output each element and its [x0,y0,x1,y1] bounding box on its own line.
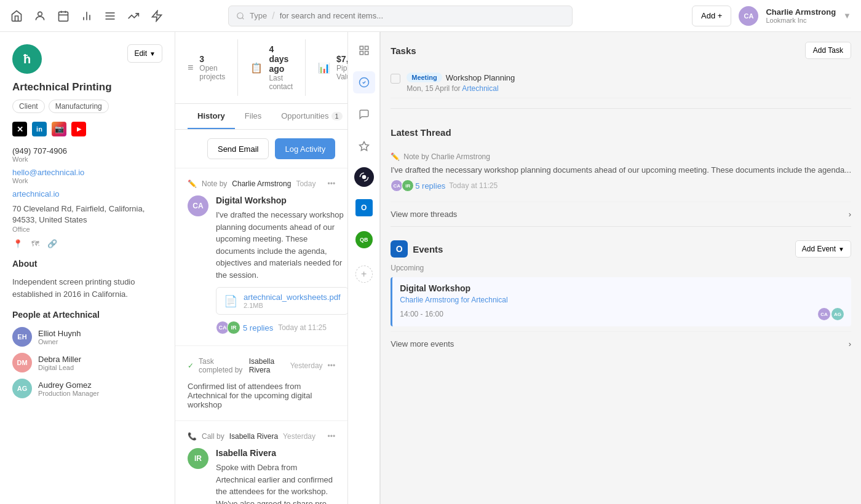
people-title: People at Artechnical [12,310,162,320]
svg-rect-15 [365,46,368,49]
avatar: AG [831,308,844,320]
svg-rect-1 [59,12,68,21]
svg-marker-19 [359,142,368,151]
replies-time: Today at 11:25 [449,181,498,190]
user-icon[interactable] [33,9,47,23]
event-attendees-link[interactable]: Artechnical [471,296,507,304]
map-icon[interactable]: 🗺 [30,238,41,249]
view-more-threads-button[interactable]: View more threads › [391,202,851,226]
event-avatars: CA AG [818,308,844,320]
latest-thread-title: Latest Thread [391,127,451,138]
event-attendees: Charlie Armstrong for Artechnical [400,296,844,304]
stat-label: Open projects [199,64,225,81]
edit-icon: ✏️ [391,152,400,161]
call-body: IR Isabella Rivera Spoke with Debra from… [188,448,335,504]
address-value: 70 Cleveland Rd, Fairfield, California, … [12,203,162,226]
task-name: Workshop Planning [446,73,515,82]
replies-count[interactable]: 5 replies [415,181,445,191]
replies-count[interactable]: 5 replies [243,323,273,333]
calendar-icon[interactable] [57,9,70,23]
add-button[interactable]: Add + [692,6,731,26]
activity-note: ✏️ Note by Charlie Armstrong Today ••• C… [175,168,347,346]
phone-icon: 📞 [188,432,197,441]
list-item: EH Elliot Huynh Owner [12,327,162,347]
search-type-label: Type [250,11,267,20]
attachment[interactable]: 📄 artechnical_worksheets.pdf 2.1MB [216,287,348,315]
thread-text: I've drafted the necessary workshop plan… [391,165,851,176]
menu-icon[interactable] [103,9,117,23]
avatar: DM [12,353,32,372]
linkedin-icon[interactable]: in [32,122,47,136]
add-task-button[interactable]: Add Task [805,42,851,59]
chart-icon[interactable] [80,9,93,23]
upcoming-label: Upcoming [391,264,851,272]
activity-header-text: Note by [202,179,227,188]
activity-header: ✓ Task completed by Isabella Rivera Yest… [188,357,335,374]
chevron-down-icon: ▼ [149,50,156,57]
instagram-icon[interactable]: 📷 [52,122,66,136]
stats-bar: ≡ 3 Open projects 📋 4 days ago Last cont… [175,32,347,104]
add-event-button[interactable]: Add Event ▼ [795,240,851,258]
bolt-icon[interactable] [150,9,164,23]
note-body: CA Digital Workshop I've drafted the nec… [188,195,335,334]
caller-name: Isabella Rivera [216,448,335,458]
panel-icon-quickbooks[interactable]: QB [353,229,375,251]
tasks-header: Tasks Add Task [391,42,851,59]
log-activity-button[interactable]: Log Activity [275,138,335,159]
task-link[interactable]: Artechnical [462,84,498,93]
home-icon[interactable] [10,9,23,23]
more-options-icon[interactable]: ••• [328,361,336,370]
panel-icon-signal[interactable] [354,167,374,187]
add-panel-icon[interactable]: + [355,266,373,283]
website-link[interactable]: artechnical.io [12,189,60,199]
person-name: Audrey Gomez [38,380,99,390]
trend-icon[interactable] [127,9,140,23]
more-options-icon[interactable]: ••• [328,432,336,441]
pdf-icon: 📄 [224,294,237,308]
location-icon[interactable]: 📍 [12,238,23,249]
tab-history[interactable]: History [188,104,235,129]
company-name: Artechnical Printing [12,81,162,93]
panel-icon-chat[interactable] [353,103,375,125]
edit-icon: ✏️ [188,179,197,188]
avatar: CA [188,195,208,216]
link-icon[interactable]: 🔗 [47,238,58,249]
list-item: DM Debra Miller Digital Lead [12,353,162,372]
activity-task: ✓ Task completed by Isabella Rivera Yest… [175,346,347,421]
send-email-button[interactable]: Send Email [207,138,269,159]
tabs-bar: History Files Opportunities1 Projects3 [175,104,347,130]
stat-pipeline: 📊 $7,240 Pipeline Value [306,39,348,96]
youtube-icon[interactable]: ▶ [71,122,86,136]
tag-client: Client [12,100,45,113]
tab-files[interactable]: Files [235,104,271,129]
company-logo: ħ [12,44,42,74]
activity-header: ✏️ Note by Charlie Armstrong Today ••• [188,179,335,188]
panel-icon-list[interactable] [353,39,375,61]
stat-last-contact: 📋 4 days ago Last contact [238,39,306,96]
search-input[interactable] [280,11,565,20]
panel-icon-star[interactable] [353,135,375,157]
email-link[interactable]: hello@artechnical.io [12,168,84,177]
top-navigation: Type / Add + CA Charlie Armstrong Lookma… [0,0,861,32]
avatar: CA [391,179,403,192]
event-title: Digital Workshop [400,283,844,293]
panel-icon-outlook[interactable]: O [353,197,375,219]
svg-point-20 [362,175,366,179]
tab-opportunities[interactable]: Opportunities1 [271,104,348,129]
panel-icon-check[interactable] [353,71,375,93]
twitter-icon[interactable]: ✕ [12,122,27,136]
tags-container: Client Manufacturing [12,100,162,113]
view-more-events-button[interactable]: View more events › [391,331,851,356]
edit-button[interactable]: Edit ▼ [127,44,162,63]
about-title: About [12,259,162,269]
chevron-right-icon: › [849,210,851,219]
task-badge: Meeting [407,73,442,82]
stat-label: Last contact [269,74,293,91]
stat-value: 4 days ago [269,44,293,74]
chevron-down-icon[interactable]: ▼ [843,11,851,20]
event-card: Digital Workshop Charlie Armstrong for A… [391,277,851,326]
more-options-icon[interactable]: ••• [328,179,336,188]
task-checkbox[interactable] [391,74,400,84]
person-role: Owner [38,338,81,345]
task-item: Meeting Workshop Planning Mon, 15 April … [391,68,851,98]
